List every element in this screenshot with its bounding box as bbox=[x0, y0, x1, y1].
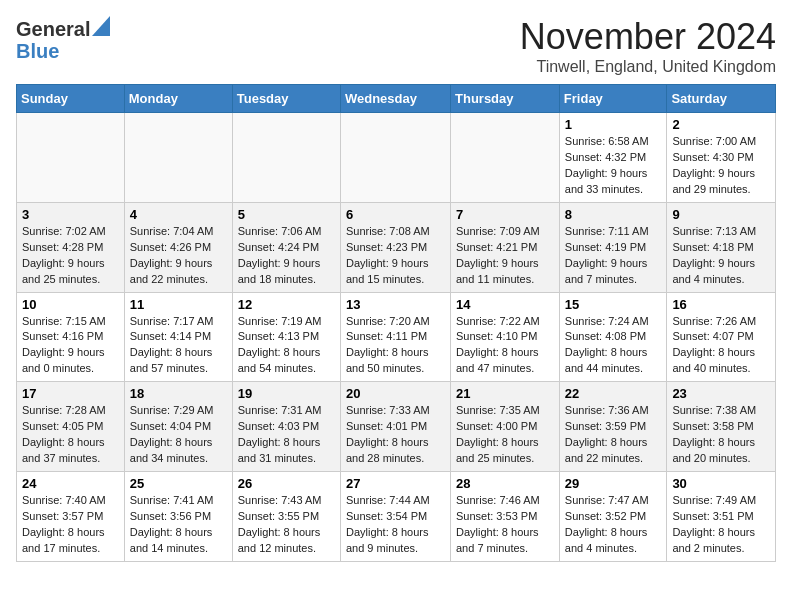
calendar-cell: 10Sunrise: 7:15 AM Sunset: 4:16 PM Dayli… bbox=[17, 292, 125, 382]
calendar-cell: 20Sunrise: 7:33 AM Sunset: 4:01 PM Dayli… bbox=[340, 382, 450, 472]
calendar-cell: 26Sunrise: 7:43 AM Sunset: 3:55 PM Dayli… bbox=[232, 472, 340, 562]
day-info: Sunrise: 7:47 AM Sunset: 3:52 PM Dayligh… bbox=[565, 493, 662, 557]
calendar-header-sunday: Sunday bbox=[17, 85, 125, 113]
calendar-cell: 9Sunrise: 7:13 AM Sunset: 4:18 PM Daylig… bbox=[667, 202, 776, 292]
calendar-cell: 15Sunrise: 7:24 AM Sunset: 4:08 PM Dayli… bbox=[559, 292, 667, 382]
logo-blue-text: Blue bbox=[16, 40, 59, 62]
day-info: Sunrise: 7:40 AM Sunset: 3:57 PM Dayligh… bbox=[22, 493, 119, 557]
calendar-header-friday: Friday bbox=[559, 85, 667, 113]
day-info: Sunrise: 7:41 AM Sunset: 3:56 PM Dayligh… bbox=[130, 493, 227, 557]
calendar-cell: 1Sunrise: 6:58 AM Sunset: 4:32 PM Daylig… bbox=[559, 113, 667, 203]
calendar-cell: 17Sunrise: 7:28 AM Sunset: 4:05 PM Dayli… bbox=[17, 382, 125, 472]
day-info: Sunrise: 7:46 AM Sunset: 3:53 PM Dayligh… bbox=[456, 493, 554, 557]
day-number: 5 bbox=[238, 207, 335, 222]
calendar-cell: 30Sunrise: 7:49 AM Sunset: 3:51 PM Dayli… bbox=[667, 472, 776, 562]
day-info: Sunrise: 7:43 AM Sunset: 3:55 PM Dayligh… bbox=[238, 493, 335, 557]
day-number: 11 bbox=[130, 297, 227, 312]
day-number: 9 bbox=[672, 207, 770, 222]
day-info: Sunrise: 7:02 AM Sunset: 4:28 PM Dayligh… bbox=[22, 224, 119, 288]
calendar-cell: 29Sunrise: 7:47 AM Sunset: 3:52 PM Dayli… bbox=[559, 472, 667, 562]
calendar-cell: 11Sunrise: 7:17 AM Sunset: 4:14 PM Dayli… bbox=[124, 292, 232, 382]
calendar-cell: 18Sunrise: 7:29 AM Sunset: 4:04 PM Dayli… bbox=[124, 382, 232, 472]
day-number: 15 bbox=[565, 297, 662, 312]
day-info: Sunrise: 7:49 AM Sunset: 3:51 PM Dayligh… bbox=[672, 493, 770, 557]
day-number: 25 bbox=[130, 476, 227, 491]
calendar-cell bbox=[232, 113, 340, 203]
title-block: November 2024 Tinwell, England, United K… bbox=[520, 16, 776, 76]
day-number: 6 bbox=[346, 207, 445, 222]
day-number: 3 bbox=[22, 207, 119, 222]
logo-general-text: General bbox=[16, 19, 90, 39]
day-info: Sunrise: 7:13 AM Sunset: 4:18 PM Dayligh… bbox=[672, 224, 770, 288]
calendar-cell: 28Sunrise: 7:46 AM Sunset: 3:53 PM Dayli… bbox=[451, 472, 560, 562]
calendar-header-thursday: Thursday bbox=[451, 85, 560, 113]
calendar-cell: 23Sunrise: 7:38 AM Sunset: 3:58 PM Dayli… bbox=[667, 382, 776, 472]
day-info: Sunrise: 7:15 AM Sunset: 4:16 PM Dayligh… bbox=[22, 314, 119, 378]
page-header: General Blue November 2024 Tinwell, Engl… bbox=[16, 16, 776, 76]
day-number: 12 bbox=[238, 297, 335, 312]
day-number: 17 bbox=[22, 386, 119, 401]
day-info: Sunrise: 7:44 AM Sunset: 3:54 PM Dayligh… bbox=[346, 493, 445, 557]
location: Tinwell, England, United Kingdom bbox=[520, 58, 776, 76]
day-number: 2 bbox=[672, 117, 770, 132]
calendar-cell: 13Sunrise: 7:20 AM Sunset: 4:11 PM Dayli… bbox=[340, 292, 450, 382]
day-info: Sunrise: 7:24 AM Sunset: 4:08 PM Dayligh… bbox=[565, 314, 662, 378]
day-info: Sunrise: 6:58 AM Sunset: 4:32 PM Dayligh… bbox=[565, 134, 662, 198]
calendar-cell: 12Sunrise: 7:19 AM Sunset: 4:13 PM Dayli… bbox=[232, 292, 340, 382]
calendar-cell: 19Sunrise: 7:31 AM Sunset: 4:03 PM Dayli… bbox=[232, 382, 340, 472]
day-number: 16 bbox=[672, 297, 770, 312]
day-info: Sunrise: 7:38 AM Sunset: 3:58 PM Dayligh… bbox=[672, 403, 770, 467]
calendar-cell: 27Sunrise: 7:44 AM Sunset: 3:54 PM Dayli… bbox=[340, 472, 450, 562]
day-number: 30 bbox=[672, 476, 770, 491]
calendar-cell: 2Sunrise: 7:00 AM Sunset: 4:30 PM Daylig… bbox=[667, 113, 776, 203]
day-number: 7 bbox=[456, 207, 554, 222]
calendar-cell bbox=[340, 113, 450, 203]
svg-marker-0 bbox=[92, 16, 110, 36]
calendar-week-row: 10Sunrise: 7:15 AM Sunset: 4:16 PM Dayli… bbox=[17, 292, 776, 382]
day-number: 23 bbox=[672, 386, 770, 401]
calendar-cell: 3Sunrise: 7:02 AM Sunset: 4:28 PM Daylig… bbox=[17, 202, 125, 292]
day-number: 4 bbox=[130, 207, 227, 222]
calendar-cell: 8Sunrise: 7:11 AM Sunset: 4:19 PM Daylig… bbox=[559, 202, 667, 292]
day-number: 8 bbox=[565, 207, 662, 222]
calendar-cell: 22Sunrise: 7:36 AM Sunset: 3:59 PM Dayli… bbox=[559, 382, 667, 472]
day-number: 14 bbox=[456, 297, 554, 312]
logo-triangle-icon bbox=[92, 16, 110, 41]
day-number: 27 bbox=[346, 476, 445, 491]
calendar-header-saturday: Saturday bbox=[667, 85, 776, 113]
month-title: November 2024 bbox=[520, 16, 776, 58]
day-info: Sunrise: 7:00 AM Sunset: 4:30 PM Dayligh… bbox=[672, 134, 770, 198]
day-number: 29 bbox=[565, 476, 662, 491]
day-number: 20 bbox=[346, 386, 445, 401]
day-number: 18 bbox=[130, 386, 227, 401]
day-number: 13 bbox=[346, 297, 445, 312]
calendar-cell: 24Sunrise: 7:40 AM Sunset: 3:57 PM Dayli… bbox=[17, 472, 125, 562]
day-number: 24 bbox=[22, 476, 119, 491]
calendar-cell: 16Sunrise: 7:26 AM Sunset: 4:07 PM Dayli… bbox=[667, 292, 776, 382]
day-number: 28 bbox=[456, 476, 554, 491]
calendar-week-row: 3Sunrise: 7:02 AM Sunset: 4:28 PM Daylig… bbox=[17, 202, 776, 292]
day-info: Sunrise: 7:29 AM Sunset: 4:04 PM Dayligh… bbox=[130, 403, 227, 467]
calendar-week-row: 24Sunrise: 7:40 AM Sunset: 3:57 PM Dayli… bbox=[17, 472, 776, 562]
calendar-week-row: 17Sunrise: 7:28 AM Sunset: 4:05 PM Dayli… bbox=[17, 382, 776, 472]
calendar-cell: 4Sunrise: 7:04 AM Sunset: 4:26 PM Daylig… bbox=[124, 202, 232, 292]
calendar-cell bbox=[124, 113, 232, 203]
day-info: Sunrise: 7:09 AM Sunset: 4:21 PM Dayligh… bbox=[456, 224, 554, 288]
day-info: Sunrise: 7:11 AM Sunset: 4:19 PM Dayligh… bbox=[565, 224, 662, 288]
logo: General Blue bbox=[16, 16, 110, 63]
day-info: Sunrise: 7:19 AM Sunset: 4:13 PM Dayligh… bbox=[238, 314, 335, 378]
calendar-week-row: 1Sunrise: 6:58 AM Sunset: 4:32 PM Daylig… bbox=[17, 113, 776, 203]
day-info: Sunrise: 7:28 AM Sunset: 4:05 PM Dayligh… bbox=[22, 403, 119, 467]
day-number: 26 bbox=[238, 476, 335, 491]
day-info: Sunrise: 7:33 AM Sunset: 4:01 PM Dayligh… bbox=[346, 403, 445, 467]
calendar-header-wednesday: Wednesday bbox=[340, 85, 450, 113]
calendar-cell: 14Sunrise: 7:22 AM Sunset: 4:10 PM Dayli… bbox=[451, 292, 560, 382]
calendar-cell: 21Sunrise: 7:35 AM Sunset: 4:00 PM Dayli… bbox=[451, 382, 560, 472]
day-info: Sunrise: 7:04 AM Sunset: 4:26 PM Dayligh… bbox=[130, 224, 227, 288]
day-info: Sunrise: 7:20 AM Sunset: 4:11 PM Dayligh… bbox=[346, 314, 445, 378]
day-number: 19 bbox=[238, 386, 335, 401]
day-info: Sunrise: 7:31 AM Sunset: 4:03 PM Dayligh… bbox=[238, 403, 335, 467]
calendar-header-row: SundayMondayTuesdayWednesdayThursdayFrid… bbox=[17, 85, 776, 113]
day-info: Sunrise: 7:36 AM Sunset: 3:59 PM Dayligh… bbox=[565, 403, 662, 467]
calendar-header-monday: Monday bbox=[124, 85, 232, 113]
